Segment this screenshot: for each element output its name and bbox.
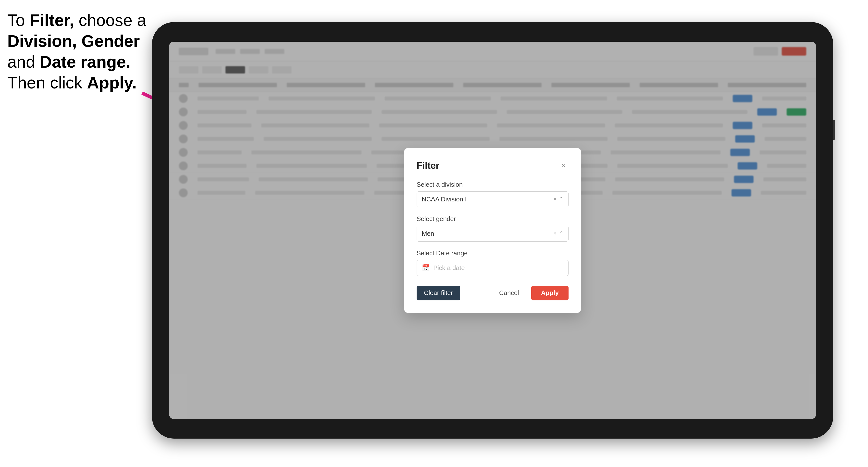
date-placeholder: Pick a date — [433, 264, 465, 272]
division-form-group: Select a division NCAA Division I × ⌃ — [416, 181, 568, 207]
gender-value: Men — [422, 230, 553, 238]
date-label: Select Date range — [416, 249, 568, 257]
modal-footer-right: Cancel Apply — [492, 286, 568, 301]
gender-label: Select gender — [416, 215, 568, 223]
instruction-line4: Then click Apply. — [7, 73, 137, 92]
gender-select[interactable]: Men × ⌃ — [416, 226, 568, 242]
gender-clear-icon[interactable]: × — [553, 230, 557, 237]
instruction-panel: To Filter, choose a Division, Gender and… — [7, 10, 150, 93]
date-form-group: Select Date range 📅 Pick a date — [416, 249, 568, 276]
gender-actions: × ⌃ — [553, 230, 563, 237]
instruction-bold2: Division, Gender — [7, 32, 140, 50]
modal-footer: Clear filter Cancel Apply — [416, 286, 568, 301]
instruction-line3: and Date range. — [7, 53, 131, 71]
gender-form-group: Select gender Men × ⌃ — [416, 215, 568, 242]
close-button[interactable]: × — [559, 161, 568, 170]
tablet-side-button — [833, 120, 835, 139]
filter-modal: Filter × Select a division NCAA Division… — [404, 148, 581, 313]
calendar-icon: 📅 — [422, 264, 430, 272]
division-select[interactable]: NCAA Division I × ⌃ — [416, 191, 568, 207]
tablet-screen: Filter × Select a division NCAA Division… — [169, 42, 816, 419]
date-input[interactable]: 📅 Pick a date — [416, 260, 568, 276]
tablet-frame: Filter × Select a division NCAA Division… — [152, 22, 833, 439]
modal-header: Filter × — [416, 160, 568, 171]
gender-chevron-icon: ⌃ — [559, 230, 563, 237]
modal-title: Filter — [416, 160, 439, 171]
division-actions: × ⌃ — [553, 196, 563, 203]
apply-button[interactable]: Apply — [531, 286, 568, 301]
instruction-line1: To Filter, choose a — [7, 11, 146, 29]
division-label: Select a division — [416, 181, 568, 188]
division-value: NCAA Division I — [422, 195, 553, 203]
clear-filter-button[interactable]: Clear filter — [416, 286, 460, 301]
cancel-button[interactable]: Cancel — [492, 286, 526, 301]
modal-overlay: Filter × Select a division NCAA Division… — [169, 42, 816, 419]
division-chevron-icon: ⌃ — [559, 196, 563, 203]
division-clear-icon[interactable]: × — [553, 196, 557, 203]
